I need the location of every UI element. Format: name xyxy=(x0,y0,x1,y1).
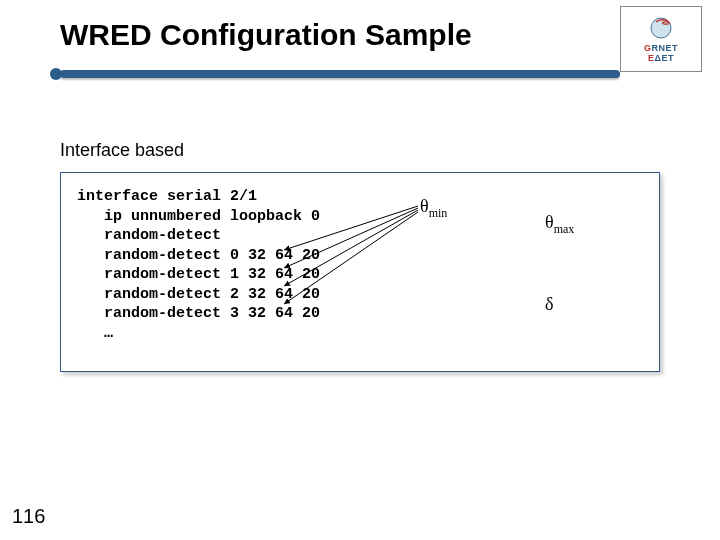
logo-grnet: GRNET EΔET xyxy=(620,6,702,72)
logo-text-top: GRNET xyxy=(644,43,678,53)
globe-icon xyxy=(646,15,676,43)
slide-header: WRED Configuration Sample GRNET EΔET xyxy=(0,0,720,108)
title-underline xyxy=(60,70,620,88)
annotation-theta-max: θmax xyxy=(545,212,574,237)
logo-text-bottom: EΔET xyxy=(648,53,674,63)
annotation-theta-min: θmin xyxy=(420,196,447,221)
annotation-delta: δ xyxy=(545,294,553,315)
config-code-box: interface serial 2/1 ip unnumbered loopb… xyxy=(60,172,660,372)
section-subtitle: Interface based xyxy=(60,140,184,161)
page-number: 116 xyxy=(12,505,45,528)
